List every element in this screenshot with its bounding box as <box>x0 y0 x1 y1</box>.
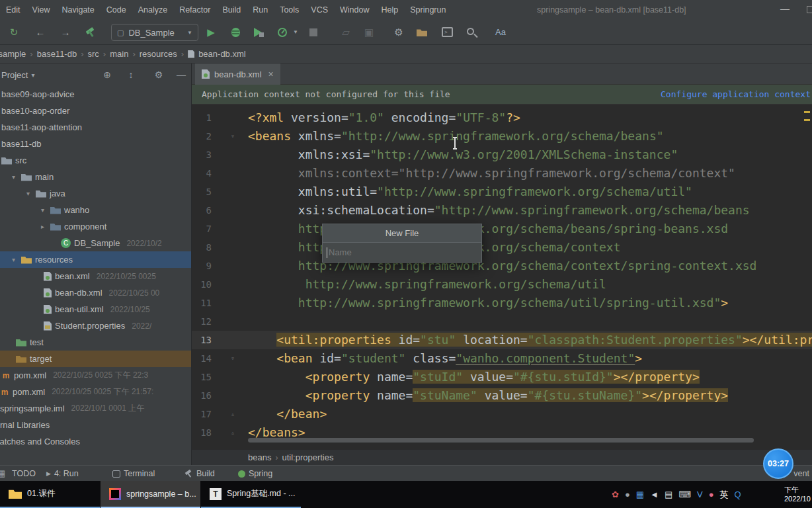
tool-window-corner-icon[interactable]: ▦ <box>0 466 5 482</box>
wrench-icon[interactable]: ⚙ <box>390 20 407 44</box>
tab-bean-db-xml[interactable]: bean-db.xml × <box>195 64 280 85</box>
tree-item-java[interactable]: ▾java <box>0 185 191 202</box>
tree-item-target[interactable]: target <box>0 351 191 367</box>
tree-toggle-icon[interactable]: ▾ <box>12 256 21 263</box>
back-icon[interactable]: ← <box>32 20 49 44</box>
code-line-3[interactable]: 3 xmlns:xsi="http://www.w3.org/2001/XMLS… <box>192 146 812 164</box>
breadcrumb-item[interactable]: springsample <box>0 49 30 59</box>
tree-item-component[interactable]: ▸component <box>0 218 191 235</box>
fold-marker-icon[interactable]: ▵ <box>227 405 238 423</box>
tree-item-base09-aop-advice[interactable]: base09-aop-advice <box>0 86 191 103</box>
tree-item-bean-db-xml[interactable]: bean-db.xml2022/10/25 00 <box>0 284 191 301</box>
status-4-run[interactable]: ▶4: Run <box>46 466 79 482</box>
build-hammer-icon[interactable] <box>86 28 96 38</box>
tree-item-main[interactable]: ▾main <box>0 169 191 185</box>
menu-window[interactable]: Window <box>334 0 375 20</box>
tree-item-springsample-iml[interactable]: springsample.iml2022/10/1 0001 上午 <box>0 400 191 417</box>
fold-marker-icon[interactable]: ▿ <box>227 349 238 368</box>
tree-item-resources[interactable]: ▾resources <box>0 251 191 268</box>
menu-edit[interactable]: Edit <box>0 0 26 20</box>
console-icon[interactable]: > <box>442 27 453 37</box>
tree-toggle-icon[interactable]: ▾ <box>12 173 21 181</box>
tree-toggle-icon[interactable]: ▸ <box>41 223 50 230</box>
code-editor[interactable]: 1<?xml version="1.0" encoding="UTF-8"?>2… <box>192 105 812 449</box>
tree-item-scratches-and-consoles[interactable]: Scratches and Consoles <box>0 433 191 450</box>
breadcrumb-item-util-properties[interactable]: util:properties <box>282 452 333 462</box>
menu-analyze[interactable]: Analyze <box>132 0 173 20</box>
tree-toggle-icon[interactable]: ▾ <box>41 206 50 214</box>
tree-item-bean-util-xml[interactable]: bean-util.xml2022/10/25 <box>0 301 191 318</box>
code-line-9[interactable]: 9 http://www.springframework.org/schema/… <box>192 257 812 275</box>
code-line-15[interactable]: 15 <property name="stuId" value="#{stu.s… <box>192 368 812 386</box>
fold-marker-icon[interactable]: ▵ <box>227 423 238 442</box>
translate-icon[interactable]: Aa <box>492 20 509 44</box>
taskbar-app-typora[interactable]: T Spring基础.md - ... <box>201 481 301 508</box>
tree-item-student-properties[interactable]: Student.properties2022/ <box>0 318 191 334</box>
menu-build[interactable]: Build <box>216 0 247 20</box>
tree-item-db-sample[interactable]: CDB_Sample2022/10/2 <box>0 235 191 251</box>
search-icon[interactable] <box>467 28 474 35</box>
debug-icon[interactable] <box>231 28 240 37</box>
status-todo[interactable]: TODO <box>12 466 36 482</box>
breadcrumb-item[interactable]: bean-db.xml <box>194 49 250 59</box>
taskbar-clock[interactable]: 下午 2022/10 <box>784 485 812 503</box>
profiler-icon[interactable] <box>278 28 287 37</box>
code-line-10[interactable]: 10 http://www.springframework.org/schema… <box>192 275 812 294</box>
hide-panel-icon[interactable]: — <box>173 64 189 86</box>
menu-vcs[interactable]: VCS <box>305 0 334 20</box>
code-line-14[interactable]: 14▿ <bean id="student" class="wanho.comp… <box>192 349 812 368</box>
tray-flower-icon[interactable]: ✿ <box>612 481 619 508</box>
horizontal-scrollbar[interactable] <box>248 438 754 443</box>
breadcrumb-item[interactable]: main <box>106 49 132 59</box>
project-panel-header[interactable]: Project ▾ ⊕ ↕ ⚙ — <box>0 64 191 86</box>
tray-dot-icon[interactable]: ● <box>709 481 714 508</box>
tray-q-icon[interactable]: Q <box>735 481 741 508</box>
menu-code[interactable]: Code <box>101 0 132 20</box>
configure-context-link[interactable]: Configure application context <box>661 85 812 104</box>
tray-keyboard-icon[interactable]: ⌨ <box>678 481 691 508</box>
taskbar-app-intellij[interactable]: springsample – b... <box>101 481 200 508</box>
menu-refactor[interactable]: Refactor <box>173 0 216 20</box>
profiler-chevron-icon[interactable]: ▼ <box>287 20 304 44</box>
status-build[interactable]: Build <box>185 466 215 482</box>
status-terminal[interactable]: Terminal <box>112 466 155 482</box>
tree-item-bean-xml[interactable]: bean.xml2022/10/25 0025 <box>0 268 191 284</box>
gear-icon[interactable]: ⚙ <box>151 64 167 86</box>
new-file-name-input[interactable]: Name <box>323 242 481 262</box>
tree-item-pom-xml[interactable]: mpom.xml2022/10/25 0025 下午 22:3 <box>0 367 191 384</box>
tray-circle-icon[interactable]: ● <box>625 481 630 508</box>
status-spring[interactable]: Spring <box>238 466 272 482</box>
tree-item-src[interactable]: src <box>0 152 191 169</box>
menu-navigate[interactable]: Navigate <box>56 0 100 20</box>
breadcrumb-item[interactable]: base11-db <box>33 49 81 59</box>
code-line-1[interactable]: 1<?xml version="1.0" encoding="UTF-8"?> <box>192 108 812 127</box>
code-line-6[interactable]: 6 xsi:schemaLocation="http://www.springf… <box>192 201 812 220</box>
code-line-11[interactable]: 11 http://www.springframework.org/schema… <box>192 294 812 312</box>
breadcrumb-item-beans[interactable]: beans <box>248 452 271 462</box>
code-line-16[interactable]: 16 <property name="stuName" value="#{stu… <box>192 386 812 405</box>
code-line-7[interactable]: 7 http://www.springframework.org/schema/… <box>192 220 812 238</box>
code-line-17[interactable]: 17▵ </bean> <box>192 405 812 423</box>
menu-tools[interactable]: Tools <box>274 0 305 20</box>
code-line-12[interactable]: 12 <box>192 312 812 331</box>
warning-stripe-mark[interactable] <box>804 111 810 113</box>
locate-icon[interactable]: ⊕ <box>99 64 115 86</box>
taskbar-app-folder[interactable]: 01.课件 <box>0 481 100 508</box>
close-icon[interactable]: × <box>268 69 274 79</box>
tray-v-icon[interactable]: V <box>697 481 703 508</box>
recording-timer[interactable]: 03:27 <box>763 448 793 479</box>
run-icon[interactable]: ▶ <box>202 20 220 44</box>
maximize-icon[interactable] <box>807 6 812 13</box>
code-line-8[interactable]: 8 http://www.springframework.org/schema/… <box>192 238 812 257</box>
forward-icon[interactable]: → <box>57 20 74 44</box>
menu-view[interactable]: View <box>26 0 56 20</box>
tree-item-base11-aop-attention[interactable]: base11-aop-attention <box>0 119 191 136</box>
tree-item-test[interactable]: test <box>0 334 191 351</box>
chevron-down-icon[interactable]: ▾ <box>31 71 34 79</box>
minimize-icon[interactable]: — <box>774 0 796 18</box>
code-line-4[interactable]: 4 xmlns:context="http://www.springframew… <box>192 164 812 183</box>
tree-toggle-icon[interactable]: ▾ <box>26 190 36 197</box>
run-configuration-select[interactable]: ▢ DB_Sample ▼ <box>111 24 198 41</box>
menu-help[interactable]: Help <box>375 0 404 20</box>
tree-item-pom-xml[interactable]: mpom.xml2022/10/25 0025 下午 21:57: <box>0 384 191 400</box>
